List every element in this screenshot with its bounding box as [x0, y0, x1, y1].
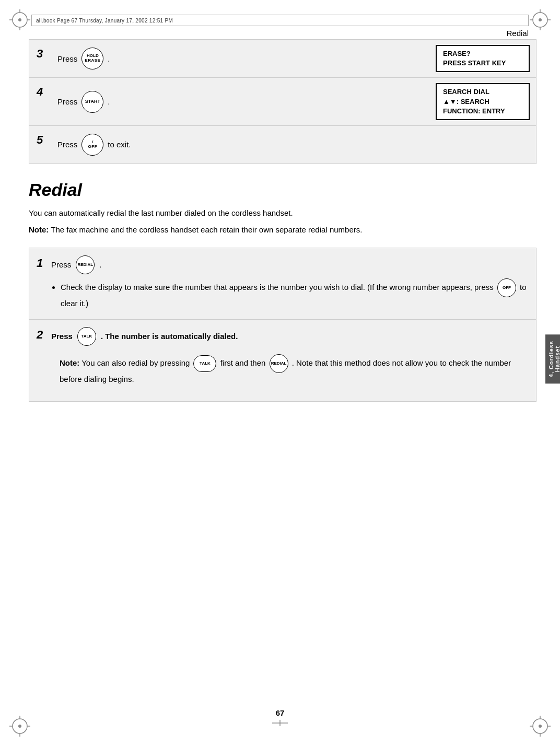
off-key-inline[interactable]: OFF [497, 278, 516, 297]
step-3-display: ERASE?PRESS START KEY [436, 45, 530, 72]
redial-step-1-body: Press REDIAL . Check the display to make… [51, 255, 529, 312]
redial-key[interactable]: REDIAL [76, 255, 95, 274]
redial-step-2-row: 2 Press TALK . The number is automatical… [29, 320, 536, 401]
bottom-note-mid: first and then [220, 358, 266, 367]
header-bar: all.book Page 67 Thursday, January 17, 2… [31, 15, 529, 26]
page-title: Redial [506, 29, 529, 38]
redial-note-text: The fax machine and the cordless handset… [51, 225, 362, 234]
step-5-to-exit: to exit. [108, 140, 131, 149]
bottom-center-mark [272, 719, 288, 725]
redial-step-1-bullets: Check the display to make sure the numbe… [61, 278, 529, 310]
svg-point-7 [539, 18, 542, 21]
step-4-period: . [108, 97, 110, 106]
redial-step-1-period: . [99, 259, 101, 271]
corner-mark-tr [530, 9, 551, 30]
hold-erase-key[interactable]: HOLD ERASE [81, 48, 103, 69]
step-3-period: . [108, 54, 110, 63]
off-key-step5[interactable]: / OFF [81, 134, 103, 156]
side-tab: 4, CordlessHandset [545, 334, 560, 383]
corner-mark-bl [9, 716, 30, 737]
svg-point-13 [18, 725, 21, 728]
main-content: 3 Press HOLD ERASE . ERASE?PRESS START K… [29, 39, 536, 402]
bottom-note-label: Note: [60, 358, 79, 367]
corner-mark-tl [9, 9, 30, 30]
redial-step-1-row: 1 Press REDIAL . Check the display to ma… [29, 248, 536, 320]
redial-title: Redial [29, 180, 536, 200]
step-4-content: Press START . SEARCH DIAL▲▼: SEARCHFUNCT… [51, 78, 536, 125]
step-3-number: 3 [29, 40, 51, 77]
redial-note: Note: The fax machine and the cordless h… [29, 224, 536, 236]
step-5-content: Press / OFF to exit. [51, 126, 536, 164]
redial-step-1-press: Press [51, 259, 71, 271]
redial-step-2-body: Press TALK . The number is automatically… [51, 327, 529, 394]
redial-step-2-num: 2 [29, 327, 51, 342]
svg-point-1 [18, 18, 21, 21]
redial-step-1-num: 1 [29, 255, 51, 270]
talk-key[interactable]: TALK [77, 327, 96, 346]
steps-box: 3 Press HOLD ERASE . ERASE?PRESS START K… [29, 39, 536, 164]
step-4-number: 4 [29, 78, 51, 125]
corner-mark-br [530, 716, 551, 737]
start-key[interactable]: START [81, 91, 103, 113]
redial-note-label: Note: [29, 225, 49, 234]
step-3-press-label: Press [57, 54, 77, 63]
step-5-row: 5 Press / OFF to exit. [29, 126, 536, 164]
redial-intro: You can automatically redial the last nu… [29, 207, 536, 219]
redial-key-note[interactable]: REDIAL [270, 354, 288, 373]
bottom-note-text: You can also redial by pressing [81, 358, 190, 367]
step-5-press-label: Press [57, 140, 77, 149]
redial-step-2-main: Press TALK . The number is automatically… [51, 327, 529, 346]
svg-point-19 [539, 725, 542, 728]
bottom-note: Note: You can also redial by pressing TA… [51, 346, 529, 394]
page-number: 67 [0, 708, 560, 717]
step-4-display: SEARCH DIAL▲▼: SEARCHFUNCTION: ENTRY [436, 83, 530, 120]
step-4-press-label: Press [57, 97, 77, 106]
redial-steps-box: 1 Press REDIAL . Check the display to ma… [29, 248, 536, 402]
step-4-row: 4 Press START . SEARCH DIAL▲▼: SEARCHFUN… [29, 78, 536, 126]
redial-step-2-auto: . The number is automatically dialed. [101, 330, 238, 343]
talk-key-note[interactable]: TALK [193, 355, 216, 372]
header-text: all.book Page 67 Thursday, January 17, 2… [36, 18, 173, 24]
redial-section: Redial You can automatically redial the … [29, 180, 536, 402]
redial-step-2-press: Press [51, 330, 73, 343]
step-3-content: Press HOLD ERASE . ERASE?PRESS START KEY [51, 40, 536, 77]
step-5-number: 5 [29, 126, 51, 164]
step-3-row: 3 Press HOLD ERASE . ERASE?PRESS START K… [29, 40, 536, 78]
redial-step-1-bullet: Check the display to make sure the numbe… [61, 278, 529, 310]
redial-step-1-main: Press REDIAL . [51, 255, 529, 274]
